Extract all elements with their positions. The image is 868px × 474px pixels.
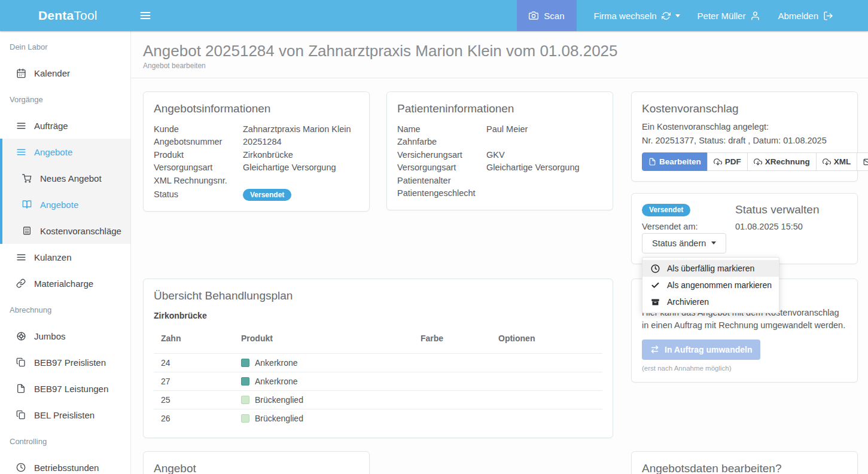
xrechnung-download-button[interactable]: XRechnung [747, 152, 817, 171]
info-row: Zahnfarbe [397, 136, 602, 148]
status-badge: Versendet [642, 204, 690, 216]
calendar-icon [16, 68, 26, 78]
chevron-down-icon [711, 241, 716, 244]
download-cloud-icon [754, 158, 762, 166]
cost-estimate-line1: Ein Kostenvoranschlag angelegt: [642, 120, 847, 134]
chevron-down-icon [675, 14, 680, 17]
sidebar-section-abrechnung: Abrechnung [0, 296, 130, 323]
product-color-chip [241, 377, 249, 386]
cost-estimate-actions: Bearbeiten PDF XRechnung [642, 152, 868, 171]
column-header-farbe: Farbe [413, 331, 491, 354]
status-badge: Versendet [243, 189, 291, 201]
sidebar-item-kalender[interactable]: Kalender [0, 60, 130, 86]
logout-button[interactable]: Abmelden [778, 11, 833, 21]
sidebar-section-controlling: Controlling [0, 428, 130, 454]
pages-icon [16, 357, 26, 367]
status-manage-card: Versendet Status verwalten Versendet am:… [631, 193, 858, 264]
sidebar-item-kulanzen[interactable]: Kulanzen [0, 244, 130, 270]
app-window: DentaTool Scan Firma wechseln P [0, 0, 868, 474]
patient-info-card: Patienteninformationen NamePaul Meier Za… [386, 91, 613, 210]
sent-at-value: 01.08.2025 15:50 [735, 222, 847, 231]
table-row: 25 Brückenglied [154, 390, 602, 409]
sidebar-active-group: Angebote Neues Angebot Angebote Kostenvo… [0, 139, 130, 244]
user-menu[interactable]: Peter Müller [698, 11, 761, 21]
list-icon [16, 147, 26, 157]
wheel-icon [16, 331, 26, 341]
email-button[interactable]: E-Mail [857, 152, 868, 171]
treatment-plan-title: Übersicht Behandlungsplan [154, 289, 602, 302]
scan-label: Scan [544, 11, 564, 21]
sidebar-toggle-button[interactable] [139, 10, 151, 22]
info-row: StatusVersendet [154, 188, 359, 201]
sidebar-item-materialcharge[interactable]: Materialcharge [0, 270, 130, 296]
app-logo[interactable]: DentaTool [0, 8, 131, 23]
column-header-zahn: Zahn [154, 331, 234, 354]
offer-bottom-title: Angebot [154, 462, 359, 474]
archive-icon [651, 298, 660, 307]
sidebar-item-jumbos[interactable]: Jumbos [0, 323, 130, 349]
sidebar-item-angebote[interactable]: Angebote [2, 139, 130, 165]
page-subtitle: Angebot bearbeiten [143, 62, 868, 70]
info-row: NamePaul Meier [397, 123, 602, 136]
product-color-chip [241, 396, 249, 404]
info-row: Angebotsnummer20251284 [154, 136, 359, 148]
table-row: 26 Brückenglied [154, 409, 602, 427]
pages-icon [16, 410, 26, 420]
company-switch-menu[interactable]: Firma wechseln [594, 11, 680, 21]
book-open-icon [22, 200, 32, 209]
plan-product-name: Zirkonbrücke [154, 311, 602, 320]
page-head: Angebot 20251284 von Zahnarztpraxis Mari… [131, 31, 868, 70]
download-cloud-icon [823, 158, 831, 166]
document-icon [648, 158, 656, 166]
sidebar-item-kostenvoranschlaege[interactable]: Kostenvoranschläge [2, 218, 130, 244]
sidebar-item-betriebsstunden[interactable]: Betriebsstunden [0, 454, 130, 474]
status-manage-title: Status verwalten [735, 204, 847, 216]
xml-download-button[interactable]: XML [816, 152, 858, 171]
sidebar-item-bel-preislisten[interactable]: BEL Preislisten [0, 402, 130, 428]
info-row: KundeZahnarztpraxis Marion Klein [154, 123, 359, 136]
sidebar-item-angebote-liste[interactable]: Angebote [2, 191, 130, 218]
info-row: VersorgungsartGleichartige Versorgung [397, 161, 602, 174]
convert-to-order-button[interactable]: In Auftrag umwandeln [642, 340, 760, 360]
treatment-plan-table: Zahn Produkt Farbe Optionen 24 Ankerkron… [154, 331, 602, 427]
top-header: DentaTool Scan Firma wechseln P [0, 0, 868, 31]
column-header-produkt: Produkt [234, 331, 413, 354]
info-row: VersorgungsartGleichartige Versorgung [154, 161, 359, 174]
hamburger-menu-icon [139, 10, 151, 22]
logo-text-bold: Denta [38, 8, 74, 22]
logo-text-light: Tool [74, 8, 97, 22]
sidebar-item-neues-angebot[interactable]: Neues Angebot [2, 165, 130, 191]
menu-item-mark-overdue[interactable]: Als überfällig markieren [642, 260, 779, 277]
clock-icon [651, 264, 660, 273]
sidebar-item-beb97-preislisten[interactable]: BEB97 Preislisten [0, 349, 130, 375]
logout-label: Abmelden [778, 11, 818, 21]
cost-estimate-title: Kostenvoranschlag [642, 102, 847, 115]
offer-info-title: Angebotsinformationen [154, 102, 359, 115]
swap-arrows-icon [650, 345, 659, 354]
sidebar-item-beb97-leistungen[interactable]: BEB97 Leistungen [0, 375, 130, 402]
menu-item-mark-accepted[interactable]: Als angenommen markieren [642, 277, 779, 293]
header-actions: Scan Firma wechseln Peter Müller Abmelde… [517, 0, 868, 31]
table-row: 24 Ankerkrone [154, 353, 602, 372]
main-content: Angebot 20251284 von Zahnarztpraxis Mari… [131, 31, 868, 474]
change-status-button[interactable]: Status ändern [642, 233, 726, 253]
offer-bottom-card: Angebot XML Auftragsnummer: [143, 451, 370, 474]
camera-icon [529, 11, 538, 20]
edit-offer-data-card: Angebotsdaten bearbeiten? [631, 451, 858, 474]
table-row: 27 Ankerkrone [154, 372, 602, 390]
mail-icon [863, 158, 868, 166]
info-row: Patientenalter [397, 175, 602, 187]
scan-button[interactable]: Scan [517, 0, 576, 31]
edit-button[interactable]: Bearbeiten [642, 152, 708, 171]
treatment-plan-card: Übersicht Behandlungsplan Zirkonbrücke Z… [143, 279, 613, 438]
sidebar-item-auftraege[interactable]: Aufträge [0, 112, 130, 139]
sidebar-section-labor: Dein Labor [0, 33, 130, 60]
info-row: XML Rechnungsnr. [154, 175, 359, 187]
menu-item-archive[interactable]: Archivieren [642, 293, 779, 310]
link-icon [16, 279, 26, 288]
cost-estimate-line2: Nr. 20251377, Status: draft , Datum: 01.… [642, 134, 847, 148]
info-row: ProduktZirkonbrücke [154, 149, 359, 161]
info-row: VersicherungsartGKV [397, 149, 602, 161]
status-dropdown-menu: Als überfällig markieren Als angenommen … [642, 257, 779, 313]
pdf-download-button[interactable]: PDF [707, 152, 748, 171]
